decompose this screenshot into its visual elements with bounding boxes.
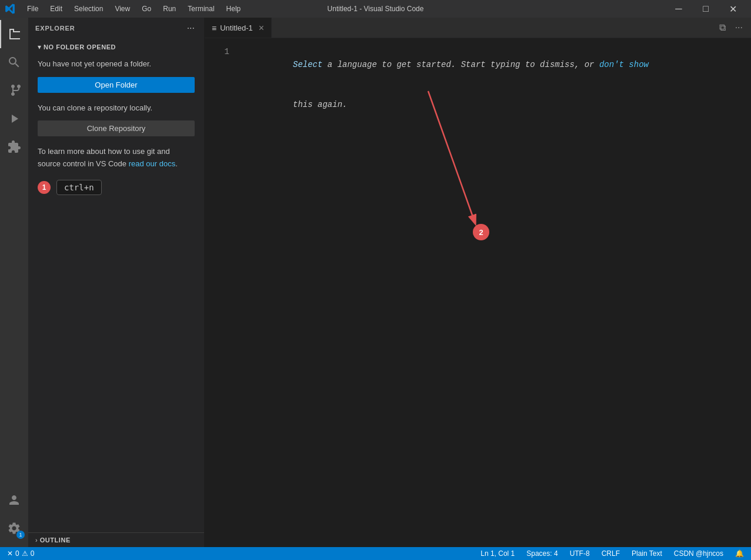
sidebar: EXPLORER ··· ▾ NO FOLDER OPENED You have… xyxy=(28,18,205,547)
open-folder-button[interactable]: Open Folder xyxy=(38,77,195,93)
sidebar-header: EXPLORER ··· xyxy=(28,18,204,38)
sidebar-title: EXPLORER xyxy=(35,25,75,32)
vscode-logo-icon xyxy=(5,4,15,14)
menu-edit[interactable]: Edit xyxy=(45,4,67,14)
menu-terminal[interactable]: Terminal xyxy=(183,4,219,14)
menu-go[interactable]: Go xyxy=(137,4,156,14)
line-numbers: 1 xyxy=(205,38,234,547)
editor-line-1: Select a language to get started. Start … xyxy=(234,45,751,85)
tab-untitled-1[interactable]: ≡ Untitled-1 × xyxy=(205,18,272,38)
error-icon: ✕ xyxy=(7,549,13,558)
status-language[interactable]: Plain Text xyxy=(629,549,665,558)
line-col-text: Ln 1, Col 1 xyxy=(480,549,515,558)
editor-area: ≡ Untitled-1 × ⧉ ··· 1 Select a language… xyxy=(205,18,751,547)
tab-file-icon: ≡ xyxy=(212,24,216,33)
menu-file[interactable]: File xyxy=(22,4,43,14)
warning-count: 0 xyxy=(31,549,35,558)
editor-line-1b: this again. xyxy=(234,85,751,124)
status-line-col[interactable]: Ln 1, Col 1 xyxy=(478,549,517,558)
title-bar-left: File Edit Selection View Go Run Terminal… xyxy=(5,4,245,14)
no-folder-header[interactable]: ▾ NO FOLDER OPENED xyxy=(38,43,195,51)
user-text: CSDN @hjncos xyxy=(674,549,723,558)
maximize-button[interactable]: □ xyxy=(692,0,719,18)
learn-more-text: To learn more about how to use git and s… xyxy=(38,146,195,170)
tab-bar: ≡ Untitled-1 × ⧉ ··· xyxy=(205,18,751,38)
status-user[interactable]: CSDN @hjncos xyxy=(672,549,726,558)
warning-icon: ⚠ xyxy=(22,549,28,558)
editor-text-area[interactable]: Select a language to get started. Start … xyxy=(234,38,751,547)
activity-extensions[interactable] xyxy=(0,133,28,161)
activity-source-control[interactable] xyxy=(0,76,28,105)
split-editor-button[interactable]: ⧉ xyxy=(716,20,729,35)
status-spaces[interactable]: Spaces: 4 xyxy=(524,549,560,558)
tab-bar-actions: ⧉ ··· xyxy=(716,18,751,38)
main-layout: 1 EXPLORER ··· ▾ NO FOLDER OPENED You ha… xyxy=(0,18,751,547)
editor-link-dont-show[interactable]: don't show xyxy=(599,60,649,69)
menu-run[interactable]: Run xyxy=(158,4,181,14)
activity-bar-bottom: 1 xyxy=(0,486,28,547)
window-controls: ─ □ ✕ xyxy=(665,0,746,18)
learn-more-suffix: . xyxy=(175,159,178,168)
status-encoding[interactable]: UTF-8 xyxy=(568,549,592,558)
step-1-badge: 1 xyxy=(38,181,51,194)
activity-settings[interactable]: 1 xyxy=(0,514,28,542)
activity-account[interactable] xyxy=(0,486,28,514)
activity-run[interactable] xyxy=(0,105,28,133)
menu-bar: File Edit Selection View Go Run Terminal… xyxy=(22,4,245,14)
line-number-1: 1 xyxy=(214,45,229,58)
menu-view[interactable]: View xyxy=(110,4,135,14)
settings-badge: 1 xyxy=(16,531,25,539)
sidebar-more-button[interactable]: ··· xyxy=(185,22,197,35)
activity-bar: 1 xyxy=(0,18,28,547)
read-docs-link[interactable]: read our docs xyxy=(129,159,176,168)
minimize-button[interactable]: ─ xyxy=(665,0,692,18)
status-bar-left: ✕ 0 ⚠ 0 xyxy=(5,549,36,558)
editor-content: 1 Select a language to get started. Star… xyxy=(205,38,751,547)
encoding-text: UTF-8 xyxy=(570,549,590,558)
no-folder-chevron-icon: ▾ xyxy=(38,43,41,51)
menu-help[interactable]: Help xyxy=(222,4,246,14)
status-line-ending[interactable]: CRLF xyxy=(599,549,622,558)
error-count: 0 xyxy=(15,549,19,558)
line-ending-text: CRLF xyxy=(602,549,620,558)
title-bar: File Edit Selection View Go Run Terminal… xyxy=(0,0,751,18)
spaces-text: Spaces: 4 xyxy=(526,549,558,558)
window-title: Untitled-1 - Visual Studio Code xyxy=(328,5,424,13)
clone-repository-button[interactable]: Clone Repository xyxy=(38,120,195,136)
close-button[interactable]: ✕ xyxy=(719,0,746,18)
no-folder-title: NO FOLDER OPENED xyxy=(44,43,116,51)
language-text: Plain Text xyxy=(632,549,662,558)
editor-text-line1-rest: a language to get started. Start typing … xyxy=(322,60,599,69)
editor-text-select: Select xyxy=(293,60,322,69)
clone-description: You can clone a repository locally. xyxy=(38,102,195,114)
outline-chevron-icon: › xyxy=(35,536,38,544)
outline-title: OUTLINE xyxy=(40,536,71,544)
status-notification[interactable]: 🔔 xyxy=(733,549,746,558)
sidebar-actions: ··· xyxy=(185,22,197,35)
activity-explorer[interactable] xyxy=(0,20,28,48)
shortcut-area: 1 ctrl+n xyxy=(38,180,195,195)
sidebar-content: ▾ NO FOLDER OPENED You have not yet open… xyxy=(28,38,204,532)
shortcut-key-display: ctrl+n xyxy=(56,180,102,195)
tab-name: Untitled-1 xyxy=(220,24,253,32)
outline-section[interactable]: › OUTLINE xyxy=(28,532,204,547)
menu-selection[interactable]: Selection xyxy=(69,4,108,14)
no-folder-description: You have not yet opened a folder. xyxy=(38,58,195,70)
status-bar-right: Ln 1, Col 1 Spaces: 4 UTF-8 CRLF Plain T… xyxy=(478,549,746,558)
more-actions-button[interactable]: ··· xyxy=(732,20,746,35)
activity-search[interactable] xyxy=(0,48,28,76)
tab-close-button[interactable]: × xyxy=(259,23,264,33)
status-bar: ✕ 0 ⚠ 0 Ln 1, Col 1 Spaces: 4 UTF-8 CRLF… xyxy=(0,547,751,560)
notification-icon: 🔔 xyxy=(735,549,744,558)
editor-text-this-again: this again. xyxy=(293,100,347,109)
status-errors[interactable]: ✕ 0 ⚠ 0 xyxy=(5,549,36,558)
